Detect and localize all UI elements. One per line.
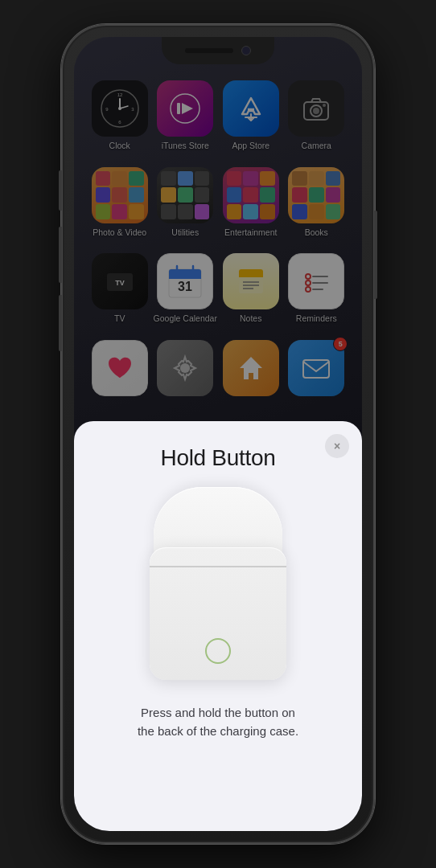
volume-down-button[interactable]	[59, 295, 62, 351]
phone-frame: 12 3 6 9 Clock	[61, 24, 375, 844]
phone-screen: 12 3 6 9 Clock	[74, 37, 362, 831]
close-button[interactable]: ×	[325, 434, 349, 458]
setup-button[interactable]	[205, 638, 231, 664]
airpods-illustration	[138, 495, 298, 680]
modal-title: Hold Button	[160, 445, 275, 471]
volume-up-button[interactable]	[59, 227, 62, 283]
modal-description: Press and hold the button onthe back of …	[105, 704, 331, 740]
speaker	[185, 48, 233, 53]
notch	[162, 37, 274, 64]
case-seam	[150, 566, 286, 567]
airpods-modal: × Hold Button Press and hold the button …	[74, 421, 362, 831]
power-button[interactable]	[374, 211, 377, 299]
front-camera	[241, 46, 251, 55]
mute-button[interactable]	[59, 170, 62, 211]
